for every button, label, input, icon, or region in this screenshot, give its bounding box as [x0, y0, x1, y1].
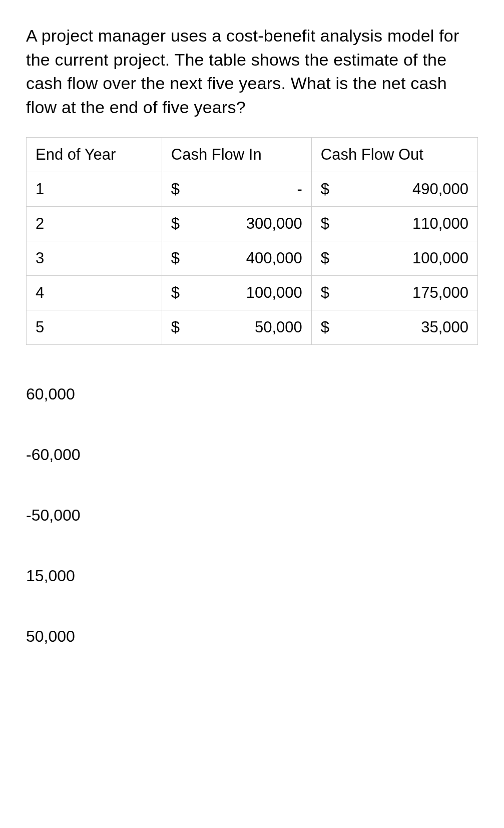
- year-cell: 3: [27, 241, 162, 276]
- year-cell: 4: [27, 276, 162, 310]
- cash-in-cell: $ -: [162, 172, 311, 207]
- header-cash-flow-out: Cash Flow Out: [311, 138, 477, 172]
- answer-option[interactable]: 15,000: [26, 567, 478, 585]
- question-text: A project manager uses a cost-benefit an…: [26, 24, 478, 119]
- year-cell: 1: [27, 172, 162, 207]
- cash-in-value: 400,000: [246, 249, 302, 267]
- table-row: 2 $ 300,000 $ 110,000: [27, 207, 478, 241]
- currency-symbol: $: [171, 249, 180, 267]
- cash-out-cell: $ 35,000: [311, 310, 477, 345]
- header-end-of-year: End of Year: [27, 138, 162, 172]
- answer-option[interactable]: -50,000: [26, 506, 478, 525]
- table-header-row: End of Year Cash Flow In Cash Flow Out: [27, 138, 478, 172]
- cash-out-cell: $ 100,000: [311, 241, 477, 276]
- cash-out-cell: $ 110,000: [311, 207, 477, 241]
- cash-out-value: 35,000: [421, 318, 468, 336]
- cash-in-cell: $ 100,000: [162, 276, 311, 310]
- cash-in-cell: $ 50,000: [162, 310, 311, 345]
- answer-option[interactable]: -60,000: [26, 446, 478, 464]
- cashflow-table: End of Year Cash Flow In Cash Flow Out 1…: [26, 137, 478, 345]
- currency-symbol: $: [171, 180, 180, 198]
- cash-out-value: 490,000: [412, 180, 468, 198]
- cash-out-value: 110,000: [412, 215, 468, 233]
- table-row: 1 $ - $ 490,000: [27, 172, 478, 207]
- answer-option[interactable]: 60,000: [26, 385, 478, 403]
- header-cash-flow-in: Cash Flow In: [162, 138, 311, 172]
- year-cell: 5: [27, 310, 162, 345]
- year-cell: 2: [27, 207, 162, 241]
- table-row: 5 $ 50,000 $ 35,000: [27, 310, 478, 345]
- cash-in-value: -: [297, 180, 302, 198]
- currency-symbol: $: [321, 180, 329, 198]
- currency-symbol: $: [171, 318, 180, 336]
- currency-symbol: $: [321, 284, 329, 302]
- cash-out-value: 100,000: [412, 249, 468, 267]
- answer-option[interactable]: 50,000: [26, 627, 478, 646]
- cash-out-cell: $ 490,000: [311, 172, 477, 207]
- cash-in-cell: $ 300,000: [162, 207, 311, 241]
- table-row: 3 $ 400,000 $ 100,000: [27, 241, 478, 276]
- cash-out-cell: $ 175,000: [311, 276, 477, 310]
- cash-in-value: 50,000: [255, 318, 302, 336]
- cash-in-cell: $ 400,000: [162, 241, 311, 276]
- currency-symbol: $: [321, 249, 329, 267]
- currency-symbol: $: [171, 284, 180, 302]
- currency-symbol: $: [321, 318, 329, 336]
- table-row: 4 $ 100,000 $ 175,000: [27, 276, 478, 310]
- cash-out-value: 175,000: [412, 284, 468, 302]
- currency-symbol: $: [171, 215, 180, 233]
- currency-symbol: $: [321, 215, 329, 233]
- cash-in-value: 100,000: [246, 284, 302, 302]
- cash-in-value: 300,000: [246, 215, 302, 233]
